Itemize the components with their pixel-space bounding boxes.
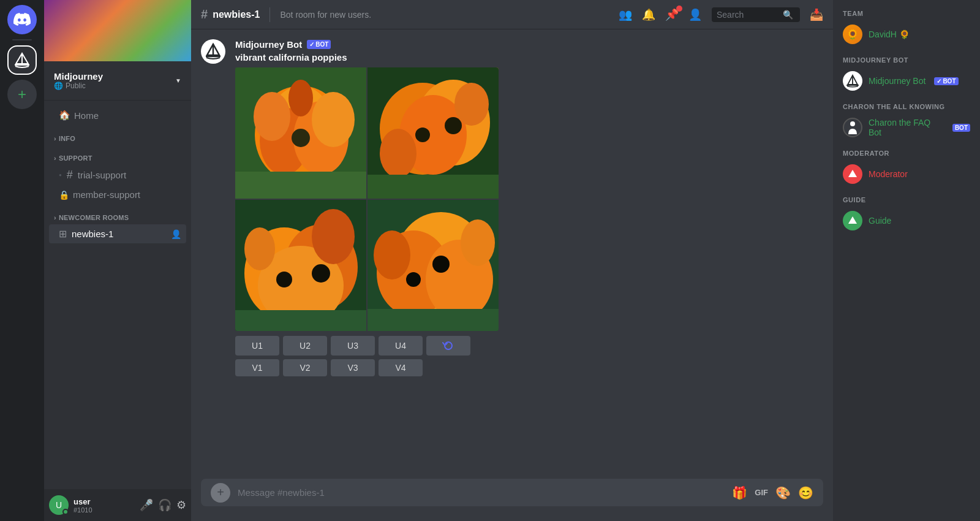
header-actions: 👥 🔔 📌 👤 🔍 📥 [619, 7, 823, 22]
davidh-name: DavidH 🌻 [869, 29, 910, 39]
image-grid [235, 67, 499, 331]
search-input[interactable] [717, 10, 778, 20]
members-header-icon[interactable]: 👤 [688, 8, 702, 21]
svg-point-41 [461, 219, 495, 266]
midjourney-bot-badge: ✓BOT [934, 77, 958, 85]
message-prompt: vibrant california poppies [235, 52, 823, 63]
midjourney-bot-name: Midjourney Bot [869, 76, 925, 86]
channel-member-support[interactable]: 🔒 member-support [49, 186, 186, 203]
hash-icon: # [67, 169, 73, 181]
category-support[interactable]: › SUPPORT [44, 145, 191, 164]
chat-messages: Midjourney Bot ✓ BOT vibrant california … [191, 29, 833, 479]
bullet-icon: ● [59, 172, 62, 178]
hash-icon-newbies: ⊞ [59, 228, 67, 240]
member-midjourney-bot[interactable]: Midjourney Bot ✓BOT [843, 69, 970, 93]
bell-header-icon[interactable]: 🔔 [642, 8, 655, 21]
variation-3-button[interactable]: V3 [331, 359, 375, 376]
channel-name-header: # newbies-1 [201, 7, 260, 21]
emoji-icon[interactable]: 😊 [798, 485, 813, 500]
variation-1-button[interactable]: V1 [235, 359, 279, 376]
svg-point-14 [288, 80, 313, 116]
image-cell-bottom-right [368, 200, 499, 331]
server-icon-discord[interactable] [7, 5, 37, 34]
chevron-right-icon: › [54, 135, 56, 142]
chat-header: # newbies-1 Bot room for new users. 👥 🔔 … [191, 0, 833, 29]
refresh-button[interactable] [426, 336, 470, 356]
member-davidh[interactable]: 🌻 DavidH 🌻 [843, 22, 970, 47]
svg-point-38 [406, 272, 421, 287]
svg-point-20 [445, 117, 462, 134]
microphone-icon[interactable]: 🎤 [140, 498, 153, 512]
member-moderator[interactable]: Moderator [843, 162, 970, 186]
server-divider [12, 39, 32, 40]
home-item[interactable]: 🏠 Home [49, 106, 186, 124]
header-hash-icon: # [201, 7, 208, 21]
add-member-icon: 👤 [171, 229, 181, 239]
settings-icon[interactable]: ⚙ [176, 498, 186, 512]
svg-rect-40 [368, 309, 499, 331]
svg-rect-13 [235, 172, 366, 199]
variation-2-button[interactable]: V2 [283, 359, 327, 376]
member-guide[interactable]: Guide [843, 208, 970, 233]
upscale-2-button[interactable]: U2 [283, 336, 327, 356]
search-icon: 🔍 [783, 10, 793, 20]
image-cell-bottom-left [235, 200, 366, 331]
variation-4-button[interactable]: V4 [379, 359, 423, 376]
gift-icon[interactable]: 🎁 [732, 485, 747, 500]
server-header[interactable]: Midjourney 🌐 Public ▼ [44, 61, 191, 101]
channel-sidebar: Midjourney 🌐 Public ▼ 🏠 Home › INFO › SU… [44, 0, 191, 521]
add-server-button[interactable]: + [7, 80, 37, 109]
bot-badge: ✓ BOT [307, 40, 331, 49]
server-sidebar: + [0, 0, 44, 521]
charon-section-title: CHARON THE ALL KNOWING [843, 103, 970, 110]
davidh-avatar: 🌻 [843, 25, 862, 44]
message-row: Midjourney Bot ✓ BOT vibrant california … [201, 39, 823, 376]
charon-name: Charon the FAQ Bot [869, 118, 944, 137]
sticker-icon[interactable]: 🎨 [775, 485, 791, 500]
checkmark-icon: ✓ [309, 41, 314, 48]
moderator-section-title: MODERATOR [843, 150, 970, 157]
member-charon[interactable]: Charon the FAQ Bot BOT [843, 115, 970, 140]
guide-avatar [843, 211, 862, 230]
moderator-avatar [843, 164, 862, 184]
svg-point-37 [432, 256, 450, 273]
upscale-4-button[interactable]: U4 [379, 336, 423, 356]
message-input[interactable] [238, 479, 725, 506]
upscale-3-button[interactable]: U3 [331, 336, 375, 356]
search-box[interactable]: 🔍 [712, 7, 800, 22]
inbox-header-icon[interactable]: 📥 [810, 8, 823, 21]
username: user [74, 497, 135, 506]
channel-newbies-1[interactable]: ⊞ newbies-1 👤 [49, 224, 186, 243]
svg-point-10 [292, 129, 310, 147]
headphones-icon[interactable]: 🎧 [158, 498, 172, 512]
channel-trial-support[interactable]: ● # trial-support [49, 165, 186, 185]
message-author: Midjourney Bot [235, 39, 302, 50]
user-info: user #1010 [74, 497, 135, 514]
svg-point-44 [850, 121, 855, 126]
svg-marker-46 [848, 216, 857, 224]
add-attachment-button[interactable]: + [211, 483, 230, 503]
svg-point-12 [312, 92, 355, 147]
server-icon-midjourney[interactable] [7, 45, 37, 75]
category-info[interactable]: › INFO [44, 125, 191, 145]
message-header: Midjourney Bot ✓ BOT [235, 39, 823, 50]
chat-input-box: + 🎁 GIF 🎨 😊 [201, 479, 823, 506]
channel-list: 🏠 Home › INFO › SUPPORT ● # trial-suppor… [44, 101, 191, 489]
chevron-right-icon-support: › [54, 154, 56, 162]
lock-icon: 🔒 [59, 190, 69, 200]
upscale-buttons-row: U1 U2 U3 U4 [235, 336, 823, 356]
right-sidebar: TEAM 🌻 DavidH 🌻 MIDJOURNEY BOT Midjourne… [833, 0, 980, 521]
image-cell-top-right [368, 67, 499, 199]
upscale-1-button[interactable]: U1 [235, 336, 279, 356]
pin-header-icon[interactable]: 📌 [665, 8, 679, 21]
chat-input-area: + 🎁 GIF 🎨 😊 [191, 479, 833, 521]
category-newcomer-rooms[interactable]: › NEWCOMER ROOMS [44, 204, 191, 224]
team-section-title: TEAM [843, 10, 970, 17]
server-banner [44, 0, 191, 61]
add-friends-header-icon[interactable]: 👥 [619, 8, 632, 21]
gif-icon[interactable]: GIF [755, 488, 768, 497]
svg-point-19 [415, 127, 430, 142]
svg-point-21 [380, 129, 417, 178]
svg-point-39 [374, 230, 410, 280]
svg-point-23 [454, 83, 489, 126]
